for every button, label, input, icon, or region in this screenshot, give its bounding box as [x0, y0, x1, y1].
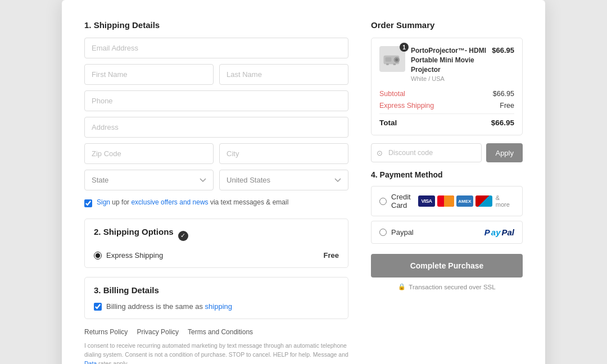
- secure-text: Transaction secured over SSL: [409, 284, 495, 290]
- shipping-options-title-row: 2. Shipping Options ✓: [94, 227, 339, 244]
- svg-rect-4: [386, 63, 389, 65]
- product-name: PortoProjector™- HDMI Portable Mini Movi…: [411, 46, 486, 74]
- right-column: Order Summary 1: [371, 20, 523, 364]
- country-select[interactable]: United States: [219, 170, 348, 190]
- state-select[interactable]: State: [84, 170, 214, 190]
- billing-details-title: 3. Billing Details: [94, 285, 339, 295]
- signup-row: Sign up for exclusive offers and news vi…: [84, 198, 348, 207]
- payment-section-title: 4. Payment Method: [371, 170, 523, 179]
- amex-icon: AMEX: [456, 195, 473, 207]
- address-field[interactable]: [84, 117, 348, 138]
- privacy-policy-link[interactable]: Privacy Policy: [137, 328, 179, 336]
- express-shipping-text: Express Shipping: [106, 251, 163, 260]
- billing-text: Billing address is the same as shipping: [106, 302, 232, 311]
- product-details: PortoProjector™- HDMI Portable Mini Movi…: [411, 46, 486, 82]
- order-summary-title: Order Summary: [371, 20, 523, 30]
- svg-rect-3: [386, 57, 392, 62]
- signup-link[interactable]: Sign: [97, 198, 110, 206]
- check-icon: ✓: [178, 231, 188, 241]
- svg-point-2: [395, 58, 398, 61]
- email-field[interactable]: [84, 38, 348, 58]
- discount-input[interactable]: [371, 143, 482, 162]
- discount-input-wrap: ⊙: [371, 143, 482, 162]
- product-row: 1 PortoProjector™- HDMI Portable Mini Mo…: [379, 46, 514, 82]
- paypal-logo: PayPal: [484, 228, 514, 237]
- shipping-price: Free: [324, 251, 339, 260]
- shipping-value: Free: [500, 102, 514, 110]
- lock-icon: 🔒: [398, 283, 406, 290]
- paypal-option: Paypal PayPal: [371, 221, 523, 244]
- complete-purchase-button[interactable]: Complete Purchase: [371, 254, 523, 277]
- total-label: Total: [379, 119, 397, 127]
- billing-details-block: 3. Billing Details Billing address is th…: [84, 277, 348, 319]
- returns-policy-link[interactable]: Returns Policy: [84, 328, 128, 336]
- shipping-row: Express Shipping Free: [379, 102, 514, 110]
- data-link[interactable]: Data: [84, 360, 97, 365]
- more-cards-text: & more: [496, 194, 514, 208]
- credit-card-radio[interactable]: [379, 198, 387, 205]
- maestro-icon: [475, 195, 492, 207]
- secure-row: 🔒 Transaction secured over SSL: [371, 283, 523, 290]
- phone-field[interactable]: [84, 90, 348, 111]
- shipping-options-title: 2. Shipping Options: [94, 227, 174, 236]
- subtotal-row: Subtotal $66.95: [379, 90, 514, 98]
- paypal-radio[interactable]: [379, 229, 387, 236]
- subtotal-label: Subtotal: [379, 90, 405, 98]
- first-name-field[interactable]: [84, 64, 214, 85]
- offers-link[interactable]: exclusive offers and news: [131, 198, 208, 206]
- shipping-label: Express Shipping: [379, 102, 434, 110]
- product-variant: White / USA: [411, 75, 486, 82]
- credit-card-left: Credit Card: [379, 193, 418, 210]
- shipping-details-title: 1. Shipping Details: [84, 20, 348, 30]
- product-image-wrap: 1: [379, 46, 405, 72]
- apply-button[interactable]: Apply: [486, 143, 523, 162]
- address-row: [84, 117, 348, 138]
- signup-checkbox[interactable]: [84, 199, 92, 207]
- billing-same-checkbox[interactable]: [94, 303, 102, 311]
- billing-checkbox-row: Billing address is the same as shipping: [94, 302, 339, 311]
- phone-row: [84, 90, 348, 111]
- express-shipping-label: Express Shipping: [94, 251, 163, 260]
- zip-city-row: [84, 143, 348, 164]
- shipping-options-block: 2. Shipping Options ✓ Express Shipping F…: [84, 219, 348, 268]
- visa-icon: VISA: [418, 195, 435, 207]
- city-field[interactable]: [219, 143, 348, 164]
- mastercard-icon: [437, 195, 454, 207]
- shipping-option-row: Express Shipping Free: [94, 251, 339, 260]
- left-column: 1. Shipping Details State United States: [84, 20, 348, 364]
- paypal-logo-p: P: [484, 228, 490, 237]
- last-name-field[interactable]: [219, 64, 348, 85]
- consent-text: I consent to receive recurring automated…: [84, 342, 348, 364]
- email-row: [84, 38, 348, 58]
- footer-links: Returns Policy Privacy Policy Terms and …: [84, 328, 348, 336]
- svg-rect-5: [393, 63, 396, 65]
- subtotal-value: $66.95: [493, 90, 514, 98]
- paypal-left: Paypal: [379, 228, 414, 236]
- product-price: $66.95: [492, 46, 514, 54]
- discount-icon: ⊙: [377, 149, 383, 157]
- express-shipping-radio[interactable]: [94, 252, 102, 260]
- total-row: Total $66.95: [379, 113, 514, 127]
- terms-link[interactable]: Terms and Conditions: [188, 328, 253, 336]
- credit-card-option: Credit Card VISA AMEX & more: [371, 186, 523, 216]
- billing-shipping-link[interactable]: shipping: [205, 302, 232, 311]
- product-quantity-badge: 1: [400, 43, 409, 52]
- discount-row: ⊙ Apply: [371, 143, 523, 162]
- paypal-label: Paypal: [391, 228, 414, 236]
- signup-text: Sign up for exclusive offers and news vi…: [97, 198, 288, 206]
- product-image-svg: [382, 51, 403, 67]
- name-row: [84, 64, 348, 85]
- total-value: $66.95: [491, 119, 514, 127]
- zip-field[interactable]: [84, 143, 214, 164]
- credit-card-label: Credit Card: [391, 193, 418, 210]
- order-summary-box: 1 PortoProjector™- HDMI Portable Mini Mo…: [371, 38, 523, 135]
- card-icons: VISA AMEX & more: [418, 194, 514, 208]
- state-country-row: State United States: [84, 170, 348, 190]
